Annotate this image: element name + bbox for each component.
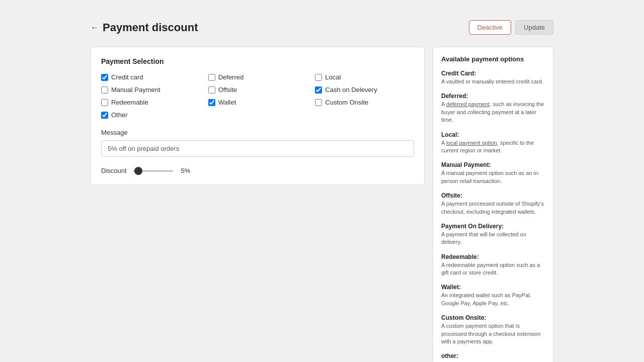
- payment-selection-title: Payment Selection: [101, 57, 414, 65]
- update-button-top[interactable]: Update: [515, 20, 553, 35]
- option-local: Local: A local payment option, specific …: [441, 131, 545, 155]
- content-area: Payment Selection Credit card Deferred L…: [91, 47, 553, 362]
- discount-label: Discount: [101, 167, 127, 174]
- option-payment-on-delivery: Payment On Delivery: A payment that will…: [441, 223, 545, 246]
- message-label: Message: [101, 129, 414, 136]
- deferred-link[interactable]: deferred payment: [446, 101, 490, 107]
- discount-section: Discount 5%: [101, 167, 414, 174]
- checkboxes-grid: Credit card Deferred Local Manual Paymen…: [101, 73, 414, 119]
- left-panel: Payment Selection Credit card Deferred L…: [91, 47, 425, 185]
- option-credit-card: Credit Card: A vaulted or manually enter…: [441, 70, 545, 85]
- checkbox-manual-payment[interactable]: Manual Payment: [101, 86, 200, 94]
- page-title: Payment discount: [103, 21, 198, 34]
- message-input[interactable]: [101, 140, 414, 157]
- back-button[interactable]: ←: [91, 23, 99, 32]
- checkbox-offsite[interactable]: Offsite: [208, 86, 307, 94]
- option-wallet: Wallet: An integrated wallet such as Pay…: [441, 284, 545, 307]
- checkbox-deferred[interactable]: Deferred: [208, 73, 307, 81]
- right-panel: Available payment options Credit Card: A…: [433, 47, 553, 362]
- message-section: Message: [101, 129, 414, 157]
- page-header: ← Payment discount Deactive Update: [91, 20, 553, 35]
- option-offsite: Offsite: A payment processed outside of …: [441, 192, 545, 216]
- deactive-button-top[interactable]: Deactive: [469, 20, 512, 35]
- checkbox-redeemable[interactable]: Redeemable: [101, 99, 200, 106]
- checkbox-cash-on-delivery[interactable]: Cash on Delevery: [315, 86, 414, 94]
- option-custom-onsite: Custom Onsite: A custom payment option t…: [441, 314, 545, 345]
- checkbox-other[interactable]: Other: [101, 111, 200, 119]
- checkbox-custom-onsite[interactable]: Custom Onsite: [315, 99, 414, 106]
- option-redeemable: Redeemable: A redeemable payment option …: [441, 253, 545, 277]
- available-options-title: Available payment options: [441, 55, 545, 63]
- checkbox-wallet[interactable]: Wallet: [208, 99, 307, 106]
- checkbox-credit-card[interactable]: Credit card: [101, 73, 200, 81]
- discount-slider[interactable]: [133, 170, 173, 172]
- checkbox-local[interactable]: Local: [315, 73, 414, 81]
- discount-value: 5%: [181, 167, 191, 174]
- local-link[interactable]: local payment option: [446, 140, 497, 146]
- option-deferred: Deferred: A deferred payment, such as in…: [441, 93, 545, 124]
- header-buttons: Deactive Update: [469, 20, 554, 35]
- header-left: ← Payment discount: [91, 21, 198, 34]
- option-manual-payment: Manual Payment: A manual payment option …: [441, 161, 545, 185]
- option-other: other: Another type of payment not defin…: [441, 352, 545, 362]
